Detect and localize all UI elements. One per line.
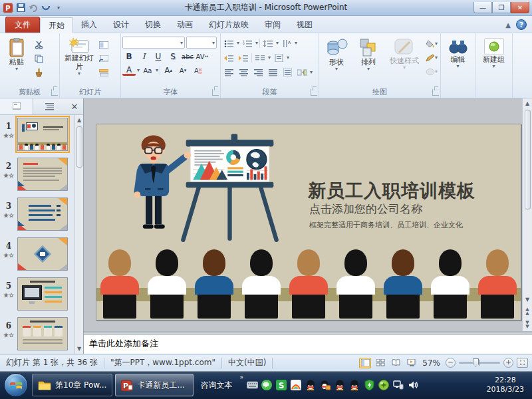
- help-icon[interactable]: ?: [516, 19, 527, 30]
- keyboard-icon[interactable]: [247, 380, 258, 391]
- slide-editing-area[interactable]: 新员工入职培训模板 点击添加您的公司名称 框架完整适用于商务培训、员工培训、企业…: [84, 98, 522, 331]
- scroll-up-icon[interactable]: ▲: [75, 115, 84, 125]
- shape-fill-icon[interactable]: ▾: [425, 38, 438, 50]
- editing-button[interactable]: 编辑 ▾: [443, 35, 473, 98]
- slide-title[interactable]: 新员工入职培训模板: [308, 179, 475, 203]
- clipboard-dialog-launcher-icon[interactable]: [51, 89, 58, 96]
- character-spacing-button[interactable]: AV↔: [196, 51, 209, 63]
- tab-审阅[interactable]: 审阅: [257, 17, 289, 33]
- text-direction-icon[interactable]: A: [280, 37, 293, 49]
- scroll-up-icon[interactable]: ▲: [523, 98, 532, 108]
- taskbar-app-powerpoint[interactable]: P卡通新员工...: [115, 374, 194, 396]
- change-case-button[interactable]: Aa: [141, 65, 154, 76]
- main-scrollbar-thumb[interactable]: [525, 110, 531, 209]
- justify-distribute-icon[interactable]: [281, 66, 294, 78]
- slide-caption[interactable]: 框架完整适用于商务培训、员工培训、企业文化: [309, 220, 463, 230]
- align-center-icon[interactable]: [237, 66, 250, 78]
- reset-icon[interactable]: [97, 53, 110, 65]
- slideshow-view-icon[interactable]: [405, 358, 417, 368]
- quick-access-dropdown-icon[interactable]: ▾: [53, 3, 64, 13]
- safety-sphere-icon[interactable]: [378, 380, 390, 391]
- qq-icon[interactable]: [349, 380, 360, 391]
- thumbnail-image[interactable]: [17, 317, 68, 350]
- taskbar-clock[interactable]: 22:28 2018/3/23: [480, 376, 531, 394]
- volume-icon[interactable]: [408, 380, 419, 391]
- columns-icon[interactable]: [253, 52, 267, 64]
- decrease-indent-icon[interactable]: [222, 52, 235, 64]
- normal-view-icon[interactable]: [359, 358, 371, 368]
- arrange-dropdown-icon[interactable]: ▾: [367, 66, 370, 72]
- quick-styles-button[interactable]: 快速样式 ▾: [385, 35, 424, 87]
- qq-icon[interactable]: [334, 380, 346, 391]
- font-size-combo[interactable]: [186, 37, 217, 49]
- rainbow-icon[interactable]: [291, 380, 302, 391]
- previous-slide-icon[interactable]: ▲▲: [525, 305, 529, 318]
- undo-icon[interactable]: [28, 3, 39, 13]
- font-color-button[interactable]: A: [122, 65, 136, 76]
- tab-视图[interactable]: 视图: [289, 17, 321, 33]
- slide-thumbnail-5[interactable]: 5★☆: [0, 277, 74, 316]
- cut-icon[interactable]: [32, 39, 45, 51]
- editing-dropdown-icon[interactable]: ▾: [456, 64, 459, 69]
- slide-thumbnail-3[interactable]: 3★☆: [0, 198, 74, 236]
- paste-dropdown-icon[interactable]: ▾: [15, 66, 18, 72]
- language-bar-item[interactable]: 咨询文本: [195, 380, 237, 391]
- slide-sorter-icon[interactable]: [374, 358, 386, 368]
- notes-pane[interactable]: 单击此处添加备注: [84, 334, 532, 354]
- slide[interactable]: 新员工入职培训模板 点击添加您的公司名称 框架完整适用于商务培训、员工培训、企业…: [96, 124, 521, 321]
- grow-font-button[interactable]: A▴: [162, 65, 175, 76]
- drawing-dialog-launcher-icon[interactable]: [432, 89, 439, 96]
- new-group-dropdown-icon[interactable]: ▾: [492, 64, 495, 69]
- shape-effects-icon[interactable]: ▾: [425, 66, 438, 78]
- justify-icon[interactable]: [266, 66, 279, 78]
- thumbnail-image[interactable]: [17, 277, 68, 311]
- reading-view-icon[interactable]: [390, 358, 402, 368]
- layout-icon[interactable]: [97, 39, 110, 51]
- section-icon[interactable]: [97, 66, 110, 78]
- strikethrough-button[interactable]: abc: [181, 51, 194, 63]
- scroll-down-icon[interactable]: ▼: [523, 295, 532, 305]
- sogou-icon[interactable]: S: [276, 380, 287, 391]
- tab-切换[interactable]: 切换: [137, 17, 169, 33]
- tab-插入[interactable]: 插入: [73, 17, 105, 33]
- bold-button[interactable]: B: [122, 51, 136, 63]
- arrange-button[interactable]: 排列 ▾: [353, 35, 384, 87]
- paste-button[interactable]: 粘贴 ▾: [1, 35, 32, 87]
- paragraph-dialog-launcher-icon[interactable]: [311, 89, 317, 96]
- shapes-button[interactable]: 形状 ▾: [321, 35, 352, 87]
- wechat-icon[interactable]: [261, 380, 273, 391]
- copy-icon[interactable]: [32, 53, 45, 65]
- taskbar-app-folder[interactable]: 第10章 Pow...: [32, 374, 112, 396]
- thumbnail-image[interactable]: [17, 237, 68, 271]
- minimize-button[interactable]: —: [473, 2, 492, 13]
- network-icon[interactable]: [393, 380, 404, 391]
- tab-设计[interactable]: 设计: [105, 17, 137, 33]
- tab-outline[interactable]: [33, 98, 66, 114]
- restore-button[interactable]: ❐: [492, 2, 511, 13]
- shrink-font-button[interactable]: A▾: [176, 65, 190, 76]
- increase-indent-icon[interactable]: [237, 52, 250, 64]
- language-status[interactable]: 中文(中国): [222, 354, 272, 371]
- thumbnail-image[interactable]: [17, 158, 68, 191]
- shape-outline-icon[interactable]: ▾: [425, 52, 438, 64]
- tab-file[interactable]: 文件: [5, 17, 40, 33]
- scroll-down-icon[interactable]: ▼: [75, 344, 84, 354]
- font-dialog-launcher-icon[interactable]: [212, 89, 219, 96]
- underline-button[interactable]: U: [152, 51, 165, 63]
- new-slide-button[interactable]: 新建幻灯片 ▾: [61, 35, 97, 87]
- slide-thumbnail-6[interactable]: 6★☆: [0, 317, 74, 354]
- align-right-icon[interactable]: [251, 66, 265, 78]
- qq-briefcase-icon[interactable]: [320, 380, 331, 391]
- clear-formatting-icon[interactable]: A: [191, 65, 204, 76]
- thumbnail-image[interactable]: [17, 118, 68, 151]
- new-group-button[interactable]: 新建组 ▾: [477, 35, 511, 98]
- close-pane-icon[interactable]: ✕: [66, 102, 83, 112]
- format-painter-icon[interactable]: [32, 66, 45, 78]
- tab-动画[interactable]: 动画: [169, 17, 201, 33]
- align-left-icon[interactable]: [222, 66, 235, 78]
- smartart-convert-icon[interactable]: [295, 66, 309, 78]
- zoom-level[interactable]: 57%: [420, 358, 442, 368]
- zoom-slider-thumb[interactable]: [473, 358, 479, 367]
- slide-subtitle[interactable]: 点击添加您的公司名称: [309, 201, 422, 217]
- thumbnail-scrollbar-thumb[interactable]: [76, 126, 82, 168]
